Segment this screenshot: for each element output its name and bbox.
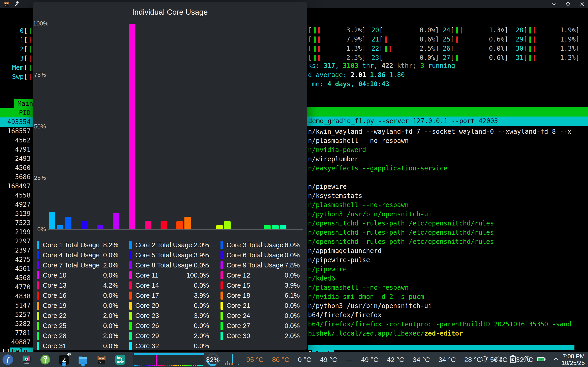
process-row[interactable]: n/nvidia-powerd	[308, 145, 366, 155]
process-row[interactable]: n/python3 /usr/bin/opensnitch-ui	[308, 301, 432, 311]
pid-cell[interactable]: 168497	[0, 182, 33, 191]
green-meter-bar	[529, 36, 531, 43]
heynote-icon: heynote_	[115, 355, 125, 365]
pid-cell[interactable]: 5139	[0, 209, 33, 218]
pid-cell[interactable]: 168557	[0, 127, 33, 136]
process-row[interactable]: n/plasmashell --no-respawn	[308, 200, 409, 210]
process-row[interactable]: n/plasmashell --no-respawn	[308, 283, 409, 292]
legend-swatch	[37, 322, 39, 330]
pid-cell[interactable]: 2199	[0, 227, 33, 237]
pid-cell[interactable]: 2397	[0, 246, 33, 255]
pid-cell[interactable]: 4568	[0, 273, 33, 283]
launcher-heynote[interactable]: heynote_	[115, 354, 126, 365]
process-row[interactable]: bishek/.local/zed.app/libexec/zed-editor	[308, 329, 463, 338]
process-row[interactable]: n/kded6	[308, 274, 335, 283]
launcher-spectacle-screenshot[interactable]	[21, 354, 32, 365]
legend-entry: Core 282.0%	[37, 331, 118, 341]
maximize-button[interactable]	[565, 1, 571, 7]
legend-label: Core 12	[226, 272, 285, 279]
launcher-zed[interactable]: Z +	[59, 354, 69, 365]
pin-icon[interactable]	[14, 1, 20, 8]
launcher-fedora[interactable]: f	[2, 354, 13, 365]
legend-value: 0.0%	[103, 302, 118, 309]
process-row[interactable]: n/pipewire	[308, 265, 347, 274]
process-row[interactable]: n/opensnitchd -rules-path /etc/opensnitc…	[308, 228, 494, 237]
temperature-value: —	[346, 356, 353, 364]
mini-usage-bar	[152, 365, 153, 366]
usage-bar-core-3	[65, 217, 71, 229]
process-row[interactable]: n/plasmashell --no-respawn	[308, 136, 409, 145]
red-meter-bar	[318, 27, 320, 33]
legend-label: Core 10	[43, 272, 103, 279]
cpu-gauge-percent: 32%	[206, 353, 219, 366]
pause-circle-icon[interactable]	[523, 355, 531, 364]
clock-widget[interactable]: 7:08 PM 10/25/25	[562, 353, 585, 366]
minimize-button[interactable]	[551, 1, 557, 7]
close-button[interactable]	[579, 1, 585, 7]
legend-value: 0.0%	[103, 342, 118, 350]
legend-entry: Core 9 Total Usage7.8%	[221, 260, 300, 270]
mini-usage-bar	[190, 365, 192, 366]
pid-cell[interactable]: 4770	[0, 283, 33, 292]
process-row[interactable]: n/ksystemstats	[308, 191, 362, 200]
legend-value: 2.0%	[285, 332, 300, 340]
legend-label: Core 3 Total Usage	[226, 241, 285, 249]
process-row[interactable]: n/appimagelauncherd	[308, 246, 381, 256]
process-row[interactable]: b64/firefox/firefox -contentproc -parent…	[308, 320, 571, 329]
pid-cell[interactable]: 4558	[0, 191, 33, 200]
temperature-value: 34 °C	[439, 356, 456, 364]
notifications-bell-icon[interactable]	[481, 355, 489, 364]
svg-text:>_: >_	[5, 5, 7, 7]
pid-cell[interactable]: 5686	[0, 173, 33, 182]
expand-tray-chevron-up-icon[interactable]	[552, 355, 560, 364]
cpu-meter-30: 30[1.3%]	[516, 44, 579, 53]
pid-cell[interactable]: 7523	[0, 218, 33, 227]
process-row[interactable]: n/kwin_wayland --wayland-fd 7 --socket w…	[308, 127, 571, 136]
process-row[interactable]: n/opensnitchd -rules-path /etc/opensnitc…	[308, 237, 494, 246]
process-row[interactable]: n/wireplumber	[308, 155, 358, 164]
legend-swatch	[37, 271, 39, 279]
pid-cell[interactable]: 4927	[0, 200, 33, 209]
mini-usage-bar	[145, 365, 147, 366]
process-row[interactable]: n/opensnitchd -rules-path /etc/opensnitc…	[308, 219, 494, 228]
battery-icon[interactable]	[536, 355, 546, 364]
pid-cell[interactable]: 5257	[0, 310, 33, 319]
launcher-kitty-terminal[interactable]: >_	[96, 354, 107, 365]
process-row[interactable]: n/nvidia-smi dmon -d 2 -s pucm	[308, 292, 424, 301]
process-row[interactable]: n/easyeffects --gapplication-service	[308, 164, 447, 173]
pid-cell[interactable]: 5147	[0, 301, 33, 310]
process-row[interactable]: b64/firefox/firefox	[308, 311, 381, 320]
pid-cell[interactable]: 4791	[0, 145, 33, 154]
pid-cell[interactable]: 4275	[0, 255, 33, 264]
launcher-dolphin-files[interactable]: +	[78, 354, 88, 365]
pid-cell[interactable]: 4561	[0, 264, 33, 273]
clipboard-icon[interactable]	[509, 355, 517, 364]
pid-cell[interactable]: 4562	[0, 136, 33, 145]
process-row[interactable]: n/pipewire	[308, 182, 347, 191]
pid-cell[interactable]: 5282	[0, 319, 33, 328]
cpu-gauge-widget[interactable]: 32%	[206, 353, 219, 366]
cpu-meter-2: 2[	[0, 45, 31, 54]
history-sparkline-widget[interactable]	[222, 353, 243, 366]
pid-cell[interactable]: 4560	[0, 163, 33, 173]
htop-selected-process-row[interactable]: demo_gradio_f1.py --server 127.0.0.1 --p…	[307, 117, 588, 126]
cpu-meter-1: 1[	[0, 35, 31, 45]
process-row[interactable]: n/pipewire-pulse	[308, 256, 370, 265]
pid-cell[interactable]: 2297	[0, 237, 33, 246]
pid-column-header[interactable]: PID	[0, 108, 33, 117]
pid-cell[interactable]: 7781	[0, 328, 33, 338]
usage-bar-core-7	[97, 225, 103, 229]
core-usage-mini-widget[interactable]	[133, 352, 204, 367]
mini-usage-bar	[182, 365, 183, 366]
launcher-keepassxc[interactable]	[40, 354, 51, 365]
cloud-sync-icon[interactable]	[494, 355, 503, 364]
selected-pid-cell[interactable]: 493354	[0, 117, 33, 127]
pid-cell[interactable]: 2493	[0, 154, 33, 163]
process-row[interactable]: n/python3 /usr/bin/opensnitch-ui	[308, 210, 432, 219]
kitty-window-icon[interactable]: >_	[3, 1, 10, 8]
red-meter-bar	[534, 36, 536, 43]
pid-cell[interactable]: 40887	[0, 338, 33, 347]
usage-bar-core-18	[184, 217, 191, 229]
htop-tab-main[interactable]: Main	[0, 99, 33, 108]
pid-cell[interactable]: 4838	[0, 292, 33, 301]
